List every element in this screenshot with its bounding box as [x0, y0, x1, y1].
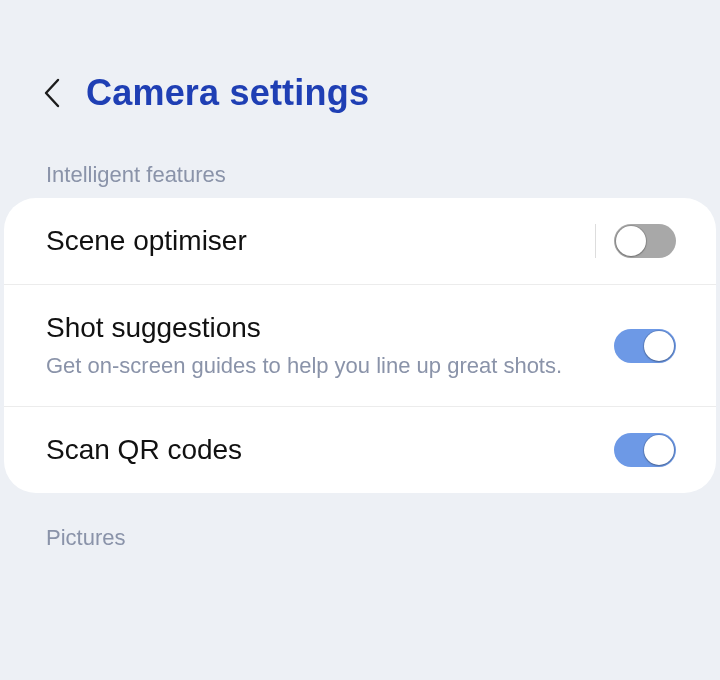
row-title: Shot suggestions	[46, 311, 590, 345]
section-label-pictures: Pictures	[0, 493, 720, 561]
header-bar: Camera settings	[0, 0, 720, 162]
row-subtitle: Get on-screen guides to help you line up…	[46, 351, 590, 381]
toggle-scene-optimiser[interactable]	[614, 224, 676, 258]
row-title: Scan QR codes	[46, 433, 590, 467]
toggle-scan-qr[interactable]	[614, 433, 676, 467]
section-label-intelligent-features: Intelligent features	[0, 162, 720, 198]
row-shot-suggestions[interactable]: Shot suggestions Get on-screen guides to…	[4, 284, 716, 406]
vertical-divider	[595, 224, 596, 258]
settings-card-intelligent: Scene optimiser Shot suggestions Get on-…	[4, 198, 716, 493]
back-button[interactable]	[40, 80, 66, 106]
row-scan-qr[interactable]: Scan QR codes	[4, 406, 716, 493]
chevron-left-icon	[41, 78, 65, 108]
toggle-shot-suggestions[interactable]	[614, 329, 676, 363]
row-scene-optimiser[interactable]: Scene optimiser	[4, 198, 716, 284]
page-title: Camera settings	[86, 72, 369, 114]
row-title: Scene optimiser	[46, 224, 571, 258]
